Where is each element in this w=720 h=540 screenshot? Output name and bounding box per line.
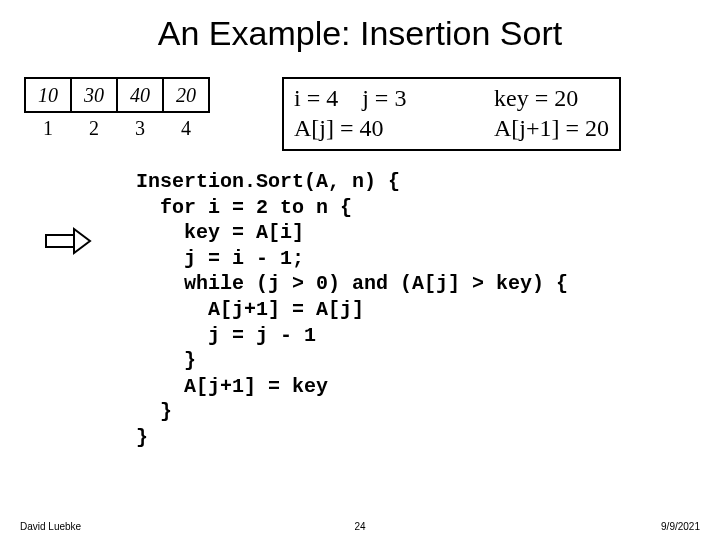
state-box: i = 4 j = 3 key = 20 A[j] = 40 A[j+1] = …	[282, 77, 621, 151]
index-label: 2	[70, 117, 118, 140]
state-aj: A[j] = 40	[294, 113, 494, 143]
code-block: Insertion.Sort(A, n) { for i = 2 to n { …	[0, 169, 720, 451]
state-aj1: A[j+1] = 20	[494, 113, 609, 143]
array-cells: 10 30 40 20	[24, 77, 210, 113]
right-arrow-icon	[44, 227, 92, 255]
index-label: 1	[24, 117, 72, 140]
array-cell: 20	[162, 77, 210, 113]
pseudocode: Insertion.Sort(A, n) { for i = 2 to n { …	[136, 169, 568, 451]
state-j: j = 3	[362, 85, 406, 111]
footer: David Luebke 24 9/9/2021	[20, 521, 700, 532]
index-label: 3	[116, 117, 164, 140]
state-i: i = 4	[294, 85, 338, 111]
array-cell: 10	[24, 77, 72, 113]
state-key: key = 20	[494, 83, 578, 113]
slide-title: An Example: Insertion Sort	[0, 0, 720, 53]
array-indices: 1 2 3 4	[24, 117, 210, 140]
state-row: 10 30 40 20 1 2 3 4 i = 4 j = 3 key = 20…	[0, 77, 720, 151]
footer-page: 24	[354, 521, 365, 532]
index-label: 4	[162, 117, 210, 140]
footer-author: David Luebke	[20, 521, 81, 532]
array-cell: 40	[116, 77, 164, 113]
footer-date: 9/9/2021	[661, 521, 700, 532]
array-block: 10 30 40 20 1 2 3 4	[24, 77, 210, 140]
arrow-column	[0, 169, 136, 255]
array-cell: 30	[70, 77, 118, 113]
